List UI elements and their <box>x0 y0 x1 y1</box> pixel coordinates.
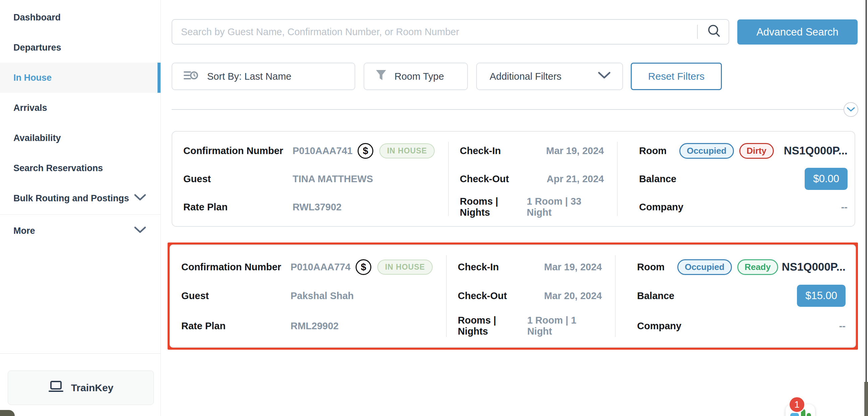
sort-by-dropdown[interactable]: Sort By: Last Name <box>172 63 355 90</box>
search-divider <box>697 25 698 39</box>
guest-value: Pakshal Shah <box>290 290 354 301</box>
laptop-icon <box>48 381 64 395</box>
app-root: Dashboard Departures In House Arrivals A… <box>0 0 868 416</box>
sidebar-nav: Dashboard Departures In House Arrivals A… <box>0 2 160 246</box>
search-input-wrapper <box>172 19 729 44</box>
sidebar-item-more[interactable]: More <box>0 216 160 246</box>
sidebar-item-label: Bulk Routing and Postings <box>13 193 129 204</box>
status-badge: IN HOUSE <box>379 143 435 158</box>
search-icon[interactable] <box>707 24 722 40</box>
balance-label: Balance <box>639 173 676 185</box>
sidebar-item-label: In House <box>13 73 52 83</box>
sidebar-item-bulk-routing[interactable]: Bulk Routing and Postings <box>0 183 160 213</box>
additional-filters-dropdown[interactable]: Additional Filters <box>476 63 623 90</box>
sidebar-item-in-house[interactable]: In House <box>0 63 160 93</box>
highlighted-reservation-outline: Confirmation Number P010AAA774 $ IN HOUS… <box>167 243 858 350</box>
sidebar: Dashboard Departures In House Arrivals A… <box>0 0 161 416</box>
sidebar-item-departures[interactable]: Departures <box>0 32 160 63</box>
reservation-card[interactable]: Confirmation Number P010AAA741 $ IN HOUS… <box>172 131 855 227</box>
sort-icon <box>184 69 198 85</box>
sidebar-item-label: Arrivals <box>13 103 47 113</box>
sidebar-item-label: Dashboard <box>13 12 61 23</box>
notification-badge: 1 <box>788 396 805 413</box>
check-in-label: Check-In <box>460 146 501 156</box>
check-in-value: Mar 19, 2024 <box>546 146 604 156</box>
sidebar-divider <box>0 214 160 215</box>
room-type-filter[interactable]: Room Type <box>364 63 468 90</box>
sidebar-footer: TrainKey <box>0 353 160 416</box>
check-in-value: Mar 19, 2024 <box>544 262 602 273</box>
confirmation-number-label: Confirmation Number <box>183 146 292 156</box>
room-number: NS1Q000P... <box>782 261 845 273</box>
rate-plan-label: Rate Plan <box>181 321 290 331</box>
check-out-value: Apr 21, 2024 <box>547 173 604 185</box>
status-badge: IN HOUSE <box>377 260 433 275</box>
confirmation-number-label: Confirmation Number <box>181 262 290 273</box>
filter-funnel-icon <box>375 69 387 84</box>
guest-label: Guest <box>181 290 290 301</box>
card-divider <box>448 142 449 216</box>
chevron-down-icon <box>134 226 147 236</box>
slack-glyph-blue <box>790 413 799 416</box>
check-out-label: Check-Out <box>458 290 507 301</box>
chevron-down-icon <box>134 193 147 204</box>
rooms-nights-label: Rooms | Nights <box>460 196 527 218</box>
balance-button[interactable]: $0.00 <box>805 168 847 190</box>
rooms-nights-value: 1 Room | 1 Night <box>527 315 602 337</box>
main-content: Advanced Search Sort By: Last Name Room … <box>161 0 865 416</box>
card-divider <box>617 142 618 216</box>
search-input[interactable] <box>181 27 694 37</box>
slack-glyph-green <box>807 413 811 416</box>
check-out-label: Check-Out <box>460 173 509 185</box>
balance-label: Balance <box>637 290 674 301</box>
sidebar-item-label: Availability <box>13 133 61 143</box>
check-out-value: Mar 20, 2024 <box>544 290 602 301</box>
sidebar-item-label: More <box>13 226 35 236</box>
section-divider <box>172 109 844 110</box>
card-divider <box>615 255 616 337</box>
rooms-nights-label: Rooms | Nights <box>458 315 527 337</box>
sidebar-item-availability[interactable]: Availability <box>0 123 160 153</box>
confirmation-number-value: P010AAA774 <box>290 262 350 273</box>
folio-dollar-icon[interactable]: $ <box>355 259 371 275</box>
room-status-pill-ready: Ready <box>737 259 778 275</box>
card-divider <box>446 255 447 337</box>
trainkey-button[interactable]: TrainKey <box>8 371 154 405</box>
room-status-pill-occupied: Occupied <box>679 143 734 159</box>
desktop-corner-bottom-right <box>864 382 868 416</box>
confirmation-number-value: P010AAA741 <box>292 146 352 156</box>
trainkey-label: TrainKey <box>71 382 114 393</box>
rate-plan-value: RML29902 <box>290 321 339 331</box>
advanced-search-button[interactable]: Advanced Search <box>737 20 858 44</box>
rooms-nights-value: 1 Room | 33 Night <box>527 196 604 218</box>
reservation-card[interactable]: Confirmation Number P010AAA774 $ IN HOUS… <box>169 245 856 348</box>
sidebar-item-label: Search Reservations <box>13 163 103 173</box>
room-number: NS1Q000P... <box>784 145 847 157</box>
room-type-label: Room Type <box>395 71 444 82</box>
guest-label: Guest <box>183 173 292 185</box>
balance-button[interactable]: $15.00 <box>797 285 845 307</box>
room-label: Room <box>637 262 664 273</box>
folio-dollar-icon[interactable]: $ <box>358 143 373 159</box>
sidebar-item-dashboard[interactable]: Dashboard <box>0 2 160 32</box>
collapse-toggle[interactable] <box>843 102 858 117</box>
sort-by-label: Sort By: Last Name <box>207 71 291 82</box>
sidebar-item-label: Departures <box>13 42 61 53</box>
reset-filters-button[interactable]: Reset Filters <box>631 63 722 90</box>
rate-plan-value: RWL37902 <box>292 202 341 213</box>
rate-plan-label: Rate Plan <box>183 202 292 213</box>
adjacent-window-sliver <box>866 0 868 382</box>
room-status-pill-dirty: Dirty <box>739 143 774 159</box>
chevron-down-icon <box>597 71 611 82</box>
sidebar-item-search-reservations[interactable]: Search Reservations <box>0 153 160 183</box>
sidebar-item-arrivals[interactable]: Arrivals <box>0 93 160 123</box>
additional-filters-label: Additional Filters <box>490 71 561 82</box>
company-value: -- <box>839 321 845 331</box>
room-status-pill-occupied: Occupied <box>677 259 732 275</box>
company-label: Company <box>637 321 681 331</box>
company-label: Company <box>639 202 683 213</box>
room-label: Room <box>639 146 666 156</box>
check-in-label: Check-In <box>458 262 499 273</box>
guest-value: TINA MATTHEWS <box>292 173 373 185</box>
company-value: -- <box>841 202 847 213</box>
